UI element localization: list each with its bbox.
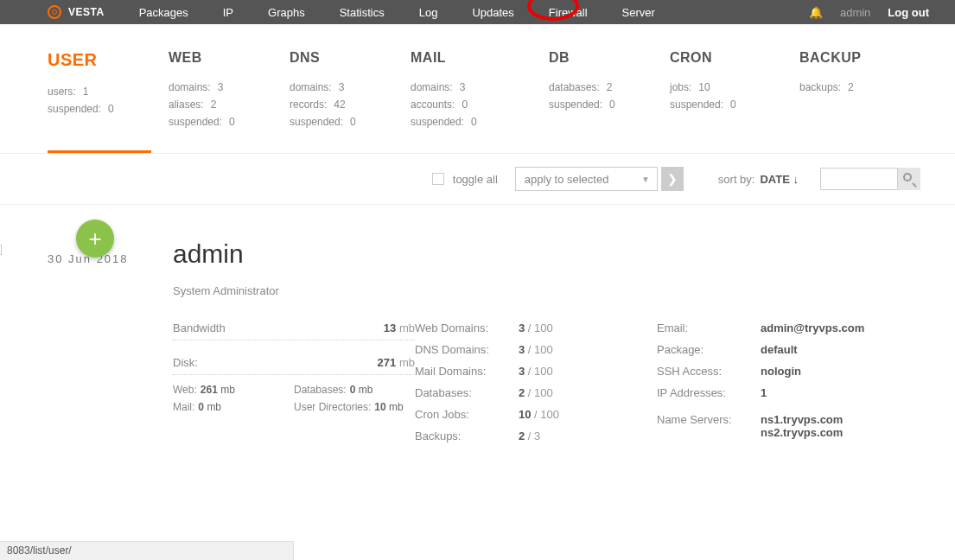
nav-updates[interactable]: Updates — [455, 0, 531, 24]
nav-ip[interactable]: IP — [206, 0, 251, 24]
bulk-action-select[interactable]: apply to selected ▼ — [515, 167, 658, 191]
chevron-down-icon: ▼ — [641, 175, 650, 184]
toolbar: toggle all apply to selected ▼ ❯ sort by… — [0, 154, 955, 204]
sort-value[interactable]: DATE ↓ — [760, 173, 799, 186]
nav-graphs[interactable]: Graphs — [251, 0, 322, 24]
detail-grid: Bandwidth13 mb Disk:271 mb Web:261 mb Da… — [173, 321, 920, 451]
nav-log[interactable]: Log — [402, 0, 455, 24]
search-input[interactable] — [820, 168, 898, 190]
sort-control: sort by: DATE ↓ — [718, 173, 799, 186]
item-checkbox[interactable] — [0, 245, 2, 255]
stats-dns[interactable]: DNS domains:3 records:42 suspended:0 — [290, 50, 411, 133]
current-user[interactable]: admin — [840, 6, 870, 19]
stats-row: USER users:1 suspended:0 WEB domains:3 a… — [0, 24, 955, 150]
disk-row: Disk:271 mb — [173, 356, 415, 375]
toggle-all[interactable]: toggle all — [432, 173, 498, 186]
search-icon — [903, 173, 915, 185]
stats-db[interactable]: DB databases:2 suspended:0 — [549, 50, 670, 133]
logout-link[interactable]: Log out — [888, 6, 929, 19]
content: 30 Jun 2018 admin System Administrator B… — [0, 205, 955, 486]
user-item: 30 Jun 2018 admin System Administrator B… — [48, 205, 920, 451]
nav-statistics[interactable]: Statistics — [322, 0, 402, 24]
nav-server[interactable]: Server — [605, 0, 672, 24]
user-name[interactable]: admin — [173, 239, 920, 269]
add-button[interactable]: + — [76, 220, 114, 258]
topbar: VESTA Packages IP Graphs Statistics Log … — [0, 0, 955, 24]
nav-items: Packages IP Graphs Statistics Log Update… — [122, 0, 672, 24]
nav-packages[interactable]: Packages — [122, 0, 206, 24]
user-role: System Administrator — [173, 284, 920, 297]
stats-user[interactable]: USER users:1 suspended:0 — [48, 50, 169, 133]
bell-icon[interactable]: 🔔 — [809, 6, 823, 19]
vesta-logo-icon — [48, 5, 61, 19]
stats-title-user: USER — [48, 50, 169, 70]
stats-web[interactable]: WEB domains:3 aliases:2 suspended:0 — [169, 50, 290, 133]
search-button[interactable] — [898, 168, 920, 190]
toggle-all-checkbox[interactable] — [432, 173, 444, 185]
stats-cron[interactable]: CRON jobs:10 suspended:0 — [670, 50, 799, 133]
chevron-right-icon: ❯ — [667, 172, 678, 186]
topbar-right: 🔔 admin Log out — [809, 6, 946, 19]
stats-mail[interactable]: MAIL domains:3 accounts:0 suspended:0 — [411, 50, 549, 133]
plus-icon: + — [88, 226, 101, 252]
bandwidth-row: Bandwidth13 mb — [173, 321, 415, 340]
nav-firewall[interactable]: Firewall — [532, 0, 605, 24]
search — [820, 168, 920, 190]
item-date: 30 Jun 2018 — [48, 239, 173, 451]
apply-button[interactable]: ❯ — [661, 167, 684, 191]
brand-text: VESTA — [68, 6, 105, 18]
logo[interactable]: VESTA — [0, 5, 122, 19]
stats-backup[interactable]: BACKUP backups:2 — [799, 50, 920, 133]
